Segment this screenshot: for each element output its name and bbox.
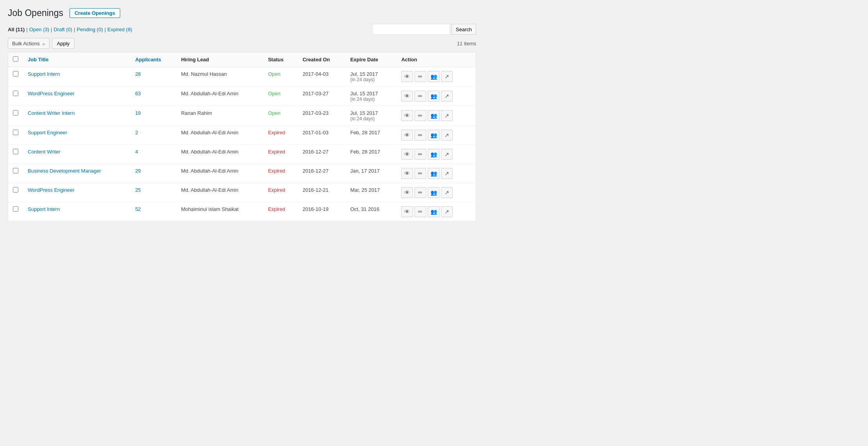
status-cell: Open [263, 67, 298, 87]
created-on-cell: 2016-12-21 [298, 183, 345, 202]
expire-date-cell: Feb, 28 2017 [345, 145, 397, 164]
external-button[interactable]: ↗ [441, 206, 453, 217]
team-button[interactable]: 👥 [428, 149, 439, 160]
status-badge: Expired [268, 168, 285, 174]
action-buttons: 👁✏👥↗ [401, 168, 471, 179]
external-button[interactable]: ↗ [441, 168, 453, 179]
job-title-cell: Support Intern [23, 202, 130, 221]
header-job-title[interactable]: Job Title [23, 52, 130, 67]
job-title-link[interactable]: Content Writer [28, 149, 60, 155]
filter-link-draft[interactable]: Draft (0) [53, 27, 72, 32]
team-button[interactable]: 👥 [428, 91, 439, 102]
table-row: Business Development Manager29Md. Abdull… [8, 164, 476, 183]
job-title-link[interactable]: Support Engineer [28, 130, 67, 136]
external-button[interactable]: ↗ [441, 130, 453, 141]
team-button[interactable]: 👥 [428, 187, 439, 198]
external-button[interactable]: ↗ [441, 187, 453, 198]
bulk-actions-dropdown[interactable]: Bulk Actions ⬦ [8, 38, 50, 49]
external-link-icon: ↗ [445, 112, 449, 119]
row-checkbox[interactable] [13, 71, 18, 77]
row-checkbox[interactable] [13, 187, 18, 193]
row-checkbox[interactable] [13, 130, 18, 135]
external-link-icon: ↗ [445, 73, 449, 80]
row-checkbox[interactable] [13, 91, 18, 96]
select-all-checkbox[interactable] [13, 56, 18, 62]
job-title-link[interactable]: Support Intern [28, 206, 60, 212]
edit-button[interactable]: ✏ [414, 130, 426, 141]
edit-icon: ✏ [418, 93, 423, 99]
view-button[interactable]: 👁 [401, 130, 413, 141]
search-area: Search [372, 24, 476, 35]
edit-icon: ✏ [418, 209, 423, 215]
status-badge: Open [268, 110, 281, 116]
row-checkbox[interactable] [13, 110, 18, 116]
toolbar: Bulk Actions ⬦ Apply 11 items [8, 38, 476, 49]
job-title-link[interactable]: Business Development Manager [28, 168, 101, 174]
applicants-link[interactable]: 29 [135, 168, 141, 174]
applicants-link[interactable]: 19 [135, 110, 141, 116]
team-button[interactable]: 👥 [428, 130, 439, 141]
row-checkbox[interactable] [13, 149, 18, 154]
status-cell: Expired [263, 145, 298, 164]
edit-button[interactable]: ✏ [414, 168, 426, 179]
view-button[interactable]: 👁 [401, 168, 413, 179]
view-button[interactable]: 👁 [401, 206, 413, 217]
search-input[interactable] [372, 24, 450, 35]
header-applicants[interactable]: Applicants [130, 52, 176, 67]
view-button[interactable]: 👁 [401, 91, 413, 102]
team-button[interactable]: 👥 [428, 168, 439, 179]
filter-link-pending[interactable]: Pending (0) [77, 27, 103, 32]
view-button[interactable]: 👁 [401, 187, 413, 198]
edit-button[interactable]: ✏ [414, 149, 426, 160]
applicants-link[interactable]: 63 [135, 91, 141, 96]
status-cell: Open [263, 87, 298, 106]
edit-button[interactable]: ✏ [414, 71, 426, 82]
edit-button[interactable]: ✏ [414, 91, 426, 102]
top-bar: All (11) | Open (3) | Draft (0) | Pendin… [8, 24, 476, 35]
table-row: Support Intern28Md. Nazmul HassanOpen201… [8, 67, 476, 87]
job-title-link[interactable]: Content Writer Intern [28, 110, 75, 116]
team-button[interactable]: 👥 [428, 110, 439, 121]
applicants-link[interactable]: 25 [135, 187, 141, 193]
create-openings-button[interactable]: Create Openings [69, 8, 120, 18]
external-button[interactable]: ↗ [441, 91, 453, 102]
external-button[interactable]: ↗ [441, 71, 453, 82]
job-title-cell: WordPress Engineer [23, 183, 130, 202]
created-on-cell: 2016-10-19 [298, 202, 345, 221]
action-cell: 👁✏👥↗ [397, 67, 476, 87]
row-checkbox[interactable] [13, 206, 18, 212]
view-button[interactable]: 👁 [401, 71, 413, 82]
page-header: Job Openings Create Openings [8, 8, 476, 18]
job-title-link[interactable]: WordPress Engineer [28, 91, 75, 96]
team-button[interactable]: 👥 [428, 206, 439, 217]
external-button[interactable]: ↗ [441, 149, 453, 160]
filter-link-expired[interactable]: Expired (8) [107, 27, 132, 32]
expire-date-cell: Jul, 15 2017(in 24 days) [345, 106, 397, 126]
action-cell: 👁✏👥↗ [397, 106, 476, 126]
search-button[interactable]: Search [452, 24, 476, 35]
row-checkbox[interactable] [13, 168, 18, 173]
edit-button[interactable]: ✏ [414, 187, 426, 198]
action-cell: 👁✏👥↗ [397, 183, 476, 202]
applicants-link[interactable]: 4 [135, 149, 138, 155]
edit-button[interactable]: ✏ [414, 110, 426, 121]
filter-link-open[interactable]: Open (3) [29, 27, 49, 32]
filter-link-all[interactable]: All (11) [8, 27, 25, 32]
status-badge: Expired [268, 149, 285, 155]
applicants-cell: 28 [130, 67, 176, 87]
team-button[interactable]: 👥 [428, 71, 439, 82]
applicants-link[interactable]: 52 [135, 206, 141, 212]
external-button[interactable]: ↗ [441, 110, 453, 121]
view-button[interactable]: 👁 [401, 110, 413, 121]
external-link-icon: ↗ [445, 93, 449, 99]
created-on-cell: 2016-12-27 [298, 145, 345, 164]
applicants-link[interactable]: 28 [135, 71, 141, 77]
view-icon: 👁 [404, 93, 410, 99]
row-checkbox-cell [8, 145, 23, 164]
job-title-link[interactable]: WordPress Engineer [28, 187, 75, 193]
applicants-link[interactable]: 2 [135, 130, 138, 136]
edit-button[interactable]: ✏ [414, 206, 426, 217]
job-title-link[interactable]: Support Intern [28, 71, 60, 77]
view-button[interactable]: 👁 [401, 149, 413, 160]
apply-button[interactable]: Apply [52, 38, 75, 49]
